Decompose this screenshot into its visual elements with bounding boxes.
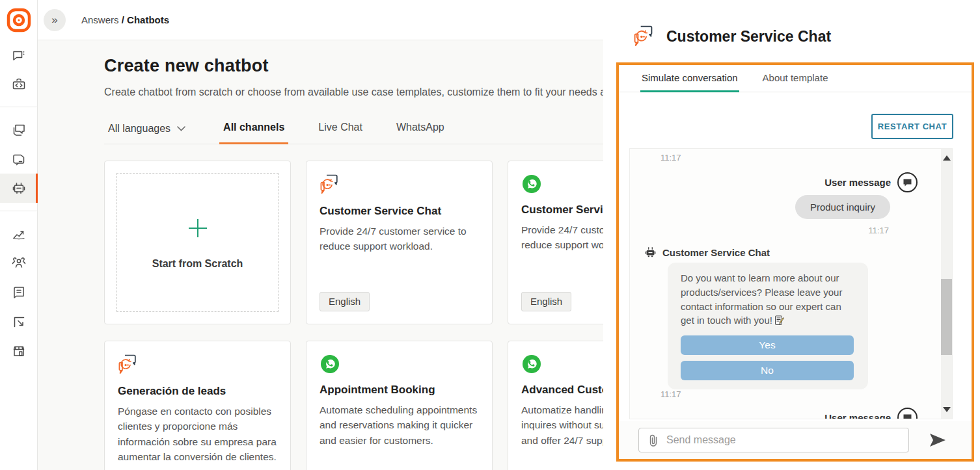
paperclip-icon xyxy=(648,434,659,447)
conversations-icon xyxy=(11,122,27,138)
user-message-icon xyxy=(897,172,918,192)
sidebar-item-developer-tools[interactable] xyxy=(0,70,38,99)
chatbot-robot-icon xyxy=(10,180,27,197)
chat-scrollbar[interactable] xyxy=(941,149,952,419)
message-composer xyxy=(619,421,972,459)
tab-about-template[interactable]: About template xyxy=(761,72,830,92)
chat-dots-icon xyxy=(11,47,27,63)
tab-live-chat[interactable]: Live Chat xyxy=(314,122,366,144)
start-from-scratch-dropzone: Start from Scratch xyxy=(116,173,279,312)
panel-tabs: Simulate conversation About template xyxy=(619,65,972,92)
language-tag: English xyxy=(521,292,571,311)
user-message-row: User message xyxy=(824,172,918,192)
sidebar-item-knowledge-base[interactable] xyxy=(0,278,38,307)
bot-message-bubble: Do you want to learn more about our prod… xyxy=(668,263,868,389)
livechat-icon xyxy=(118,354,139,376)
timestamp: 11:17 xyxy=(660,153,681,163)
card-appointment-booking[interactable]: Appointment Booking Automate scheduling … xyxy=(306,341,493,470)
send-input-wrap xyxy=(638,428,909,452)
infobip-logo-icon xyxy=(7,8,31,33)
card-title: Generación de leads xyxy=(118,385,277,398)
scrollbar-thumb[interactable] xyxy=(941,279,952,355)
send-button[interactable] xyxy=(927,430,948,450)
user-message-row-partial: User message xyxy=(824,408,918,419)
language-tag: English xyxy=(320,292,370,311)
livechat-icon xyxy=(320,174,340,196)
code-box-icon xyxy=(11,77,27,92)
sidebar-item-exit-intent[interactable] xyxy=(0,307,38,336)
template-preview-panel: Customer Service Chat Simulate conversat… xyxy=(603,0,980,470)
user-message-label: User message xyxy=(824,177,891,188)
sidebar-item-omni-conversations[interactable] xyxy=(0,115,38,144)
breadcrumb-current: Chatbots xyxy=(127,14,169,25)
sidebar-item-messages[interactable] xyxy=(0,40,38,70)
tab-simulate-conversation[interactable]: Simulate conversation xyxy=(640,72,739,92)
card-title: Customer Service Chat xyxy=(320,205,479,218)
whatsapp-icon xyxy=(521,354,542,374)
sidebar xyxy=(0,0,38,470)
card-label: Start from Scratch xyxy=(152,258,243,270)
memo-icon xyxy=(774,315,785,326)
bot-message-row: Customer Service Chat xyxy=(644,246,770,258)
sidebar-divider xyxy=(0,107,37,107)
sidebar-item-chatbots[interactable] xyxy=(0,174,38,203)
quick-reply-yes-button[interactable]: Yes xyxy=(681,335,854,355)
tab-all-channels[interactable]: All channels xyxy=(219,122,288,144)
timestamp: 11:17 xyxy=(868,226,889,235)
restart-chat-button[interactable]: RESTART CHAT xyxy=(871,114,953,139)
card-description: Póngase en contacto con posibles cliente… xyxy=(118,404,277,464)
book-icon xyxy=(11,285,27,300)
whatsapp-icon xyxy=(320,354,340,374)
chat-content: 11:17 User message Product inquiry 11:17 xyxy=(630,149,941,419)
livechat-icon xyxy=(633,25,655,48)
send-message-input[interactable] xyxy=(666,434,908,446)
language-select[interactable]: All languages xyxy=(104,123,189,144)
sidebar-item-people[interactable] xyxy=(0,248,38,278)
timestamp: 11:17 xyxy=(660,389,681,399)
chat-window: 11:17 User message Product inquiry 11:17 xyxy=(629,148,953,419)
panel-header: Customer Service Chat xyxy=(603,0,980,48)
card-description: Automate scheduling appointments and res… xyxy=(320,402,479,448)
chevron-down-icon xyxy=(177,126,185,131)
plus-icon xyxy=(185,215,211,241)
scroll-down-arrow[interactable] xyxy=(943,407,951,412)
robot-icon xyxy=(644,246,657,258)
card-start-from-scratch[interactable]: Start from Scratch xyxy=(104,161,291,324)
simulation-box: Simulate conversation About template RES… xyxy=(616,62,974,462)
tab-whatsapp[interactable]: WhatsApp xyxy=(392,122,448,144)
exit-arrow-icon xyxy=(11,314,27,330)
bot-message-text: Do you want to learn more about our prod… xyxy=(681,271,854,328)
whatsapp-icon xyxy=(521,174,542,194)
app-root: » Answers / Chatbots Create new chatbot … xyxy=(0,0,980,470)
user-message-label: User message xyxy=(824,412,891,419)
bot-name: Customer Service Chat xyxy=(662,247,770,258)
folder-flow-icon xyxy=(11,151,27,167)
breadcrumb-separator: / xyxy=(122,14,124,25)
chat-bubble-icon xyxy=(903,178,912,187)
sidebar-divider xyxy=(0,211,37,211)
breadcrumb: Answers / Chatbots xyxy=(81,14,169,25)
card-title: Appointment Booking xyxy=(320,384,479,397)
sidebar-item-analytics[interactable] xyxy=(0,219,38,248)
sidebar-item-marketplace[interactable] xyxy=(0,336,38,365)
infobip-logo[interactable] xyxy=(0,0,38,40)
breadcrumb-root[interactable]: Answers xyxy=(81,14,119,25)
card-customer-service-chat-livechat[interactable]: Customer Service Chat Provide 24/7 custo… xyxy=(306,161,493,324)
shop-icon xyxy=(11,343,27,359)
simulation-body: RESTART CHAT 11:17 User message Product … xyxy=(619,92,972,459)
sidebar-item-moments[interactable] xyxy=(0,144,38,174)
quick-reply-no-button[interactable]: No xyxy=(681,361,854,380)
user-message-icon xyxy=(897,408,918,419)
panel-title: Customer Service Chat xyxy=(666,28,831,46)
scroll-up-arrow[interactable] xyxy=(943,155,951,161)
people-icon xyxy=(10,255,27,271)
card-generacion-de-leads[interactable]: Generación de leads Póngase en contacto … xyxy=(104,341,291,470)
analytics-chart-icon xyxy=(11,226,27,242)
send-icon xyxy=(928,432,947,449)
chat-bubble-icon xyxy=(903,413,912,420)
card-description: Provide 24/7 customer service to reduce … xyxy=(320,224,479,254)
user-reply-chip: Product inquiry xyxy=(795,195,890,219)
attachment-button[interactable] xyxy=(639,434,666,447)
language-select-label: All languages xyxy=(108,123,170,135)
sidebar-expand-button[interactable]: » xyxy=(44,9,66,31)
